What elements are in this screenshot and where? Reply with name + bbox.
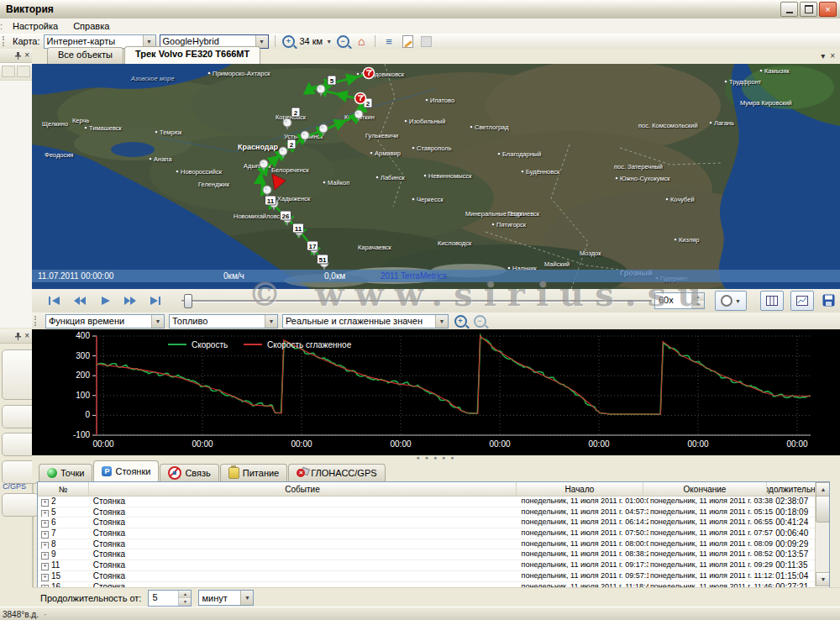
menu-help[interactable]: Справка — [66, 19, 117, 33]
x-axis-tick-label: 00:00 — [588, 439, 609, 449]
tab-track[interactable]: Трек Volvo FE320 Т666МТ — [124, 46, 260, 64]
duration-unit-combo[interactable]: минут▼ — [198, 590, 254, 606]
tab-parking[interactable]: PСтоянки — [93, 460, 159, 481]
y-axis-tick-label: 400 — [76, 331, 90, 340]
legend-speed-label: Скорость — [192, 340, 228, 349]
column-header[interactable]: Начало — [517, 482, 643, 496]
expand-icon[interactable]: + — [41, 542, 49, 549]
x-axis-tick-label: 00:00 — [489, 439, 510, 449]
x-axis-tick-label: 00:00 — [390, 439, 411, 449]
expand-icon[interactable]: + — [41, 510, 49, 518]
scroll-thumb[interactable] — [816, 496, 830, 523]
skip-start-button[interactable] — [44, 292, 66, 310]
pin-icon[interactable] — [14, 332, 21, 340]
point-icon — [47, 468, 57, 478]
chart-mode-combo[interactable]: Реальные и сглаженные значен▼ — [282, 314, 449, 328]
tab-all-objects[interactable]: Все объекты — [47, 47, 123, 64]
close-panel-icon[interactable]: × — [24, 332, 29, 340]
tab-no-signal[interactable]: Связь — [160, 464, 218, 481]
chart-parameter-combo[interactable]: Топливо▼ — [169, 314, 278, 328]
filter-bar: Продолжительность от: 5 ▲▼ минут▼ — [32, 587, 840, 607]
table-row[interactable]: +9Стоянкапонедельник, 11 июля 2011 г. 08… — [38, 549, 829, 560]
maximize-button[interactable] — [800, 2, 817, 17]
map-place-label: Кисловодск — [438, 239, 472, 247]
speed-spinner[interactable]: 60x ▲▼ — [654, 292, 705, 309]
map-view[interactable]: Азовское мореПриморско-АхтарскГородовико… — [32, 64, 840, 290]
fast-forward-button[interactable] — [119, 292, 141, 310]
track-count-badge[interactable]: 17 — [307, 241, 318, 250]
edit-icon[interactable] — [400, 34, 415, 48]
column-header[interactable]: № — [38, 482, 89, 496]
expand-icon[interactable]: + — [41, 499, 49, 507]
track-count-badge[interactable]: 2 — [291, 108, 300, 117]
spin-down-icon: ▼ — [692, 301, 704, 308]
tab-power[interactable]: Питание — [220, 464, 287, 481]
expand-icon[interactable]: + — [41, 552, 49, 560]
skip-end-button[interactable] — [144, 292, 166, 310]
expand-icon[interactable]: + — [41, 563, 49, 570]
close-button[interactable]: × — [819, 2, 837, 17]
toolbar-grip — [3, 36, 7, 46]
map-status-speed: 0км/ч — [223, 271, 244, 281]
timeline-slider[interactable] — [181, 292, 652, 309]
column-header[interactable]: Окончание — [643, 482, 767, 496]
pin-icon[interactable] — [14, 51, 21, 60]
table-row[interactable]: +11Стоянкапонедельник, 11 июля 2011 г. 0… — [38, 560, 829, 571]
y-axis-tick-label: 300 — [76, 351, 90, 360]
expand-icon[interactable]: + — [41, 520, 49, 528]
table-row[interactable]: +5Стоянкапонедельник, 11 июля 2011 г. 04… — [38, 507, 829, 518]
track-count-badge[interactable]: 26 — [281, 211, 291, 220]
svg-text:26: 26 — [282, 213, 290, 220]
menu-settings[interactable]: Настройка — [5, 19, 66, 33]
speed-chart[interactable]: 4003002001000-10000:0000:0000:0000:0000:… — [32, 329, 840, 455]
zoom-out-icon[interactable]: − — [335, 34, 350, 48]
fuel-event-marker[interactable] — [364, 68, 375, 79]
chart-zoom-out-icon[interactable]: − — [472, 314, 487, 328]
balloon-toggle-button[interactable]: ▼ — [715, 291, 747, 311]
table-view-button[interactable] — [760, 291, 784, 311]
tab-close-icon[interactable]: × — [830, 51, 835, 60]
column-header[interactable]: Событие — [89, 482, 517, 496]
zoom-scale-value[interactable]: 34 км — [300, 36, 323, 46]
zoom-in-icon[interactable]: + — [281, 34, 297, 48]
map-place-label: Новороссийск — [181, 168, 223, 176]
tab-glonass[interactable]: ×ГЛОНАСС/GPS — [288, 464, 385, 481]
table-row[interactable]: +8Стоянкапонедельник, 11 июля 2011 г. 08… — [38, 539, 829, 550]
expand-icon[interactable]: + — [41, 574, 49, 581]
table-row[interactable]: +7Стоянкапонедельник, 11 июля 2011 г. 07… — [38, 528, 829, 539]
track-count-badge[interactable]: 51 — [318, 255, 328, 264]
map-status-datetime: 11.07.2011 00:00:00 — [38, 271, 114, 281]
column-header[interactable]: Продолжительность — [767, 482, 820, 496]
table-row[interactable]: +6Стоянкапонедельник, 11 июля 2011 г. 06… — [38, 518, 829, 528]
expand-icon[interactable]: + — [41, 531, 49, 539]
duration-value-spinner[interactable]: 5 ▲▼ — [148, 590, 192, 607]
track-count-badge[interactable]: 2 — [287, 139, 296, 149]
list-icon[interactable]: ≡ — [381, 34, 396, 48]
chart-zoom-in-icon[interactable]: + — [453, 314, 468, 328]
save-button[interactable] — [822, 294, 835, 308]
chart-function-combo[interactable]: Функция времени▼ — [45, 314, 165, 328]
chart-view-button[interactable] — [790, 291, 814, 311]
minimize-button[interactable] — [780, 2, 798, 17]
table-row[interactable]: +15Стоянкапонедельник, 11 июля 2011 г. 0… — [38, 571, 829, 582]
home-icon[interactable]: ⌂ — [354, 34, 369, 48]
fuel-event-marker[interactable] — [355, 93, 366, 104]
power-icon — [228, 467, 239, 479]
rewind-button[interactable] — [69, 292, 91, 310]
map-status-distance: 0,0км — [324, 271, 345, 281]
track-count-badge[interactable]: 11 — [265, 196, 276, 205]
table-row[interactable]: +2Стоянкапонедельник, 11 июля 2011 г. 01… — [38, 497, 829, 507]
vertical-scrollbar[interactable]: ▲ ▼ — [815, 482, 829, 586]
track-count-badge[interactable]: 5 — [328, 76, 336, 85]
map-place-label: Благодарный — [502, 150, 541, 158]
track-count-badge[interactable]: 11 — [293, 223, 304, 233]
spin-up-icon: ▲ — [692, 293, 704, 301]
play-button[interactable] — [94, 292, 116, 310]
map-place-label: Майский — [544, 260, 570, 268]
close-panel-icon[interactable]: × — [24, 51, 29, 60]
tab-dropdown-icon[interactable]: ▾ — [821, 51, 825, 60]
tab-point[interactable]: Точки — [39, 464, 92, 481]
zoom-scale-dropdown-icon[interactable]: ▼ — [326, 39, 332, 45]
clipped-tool-button[interactable] — [2, 493, 39, 517]
slider-thumb[interactable] — [184, 294, 192, 308]
